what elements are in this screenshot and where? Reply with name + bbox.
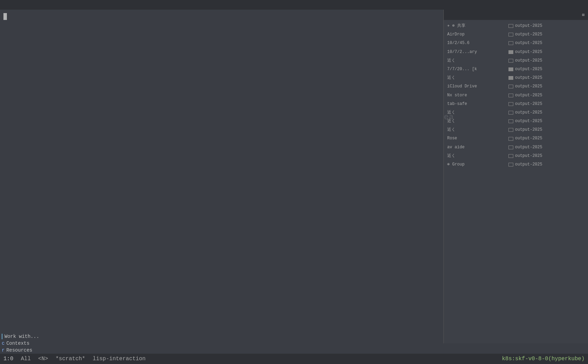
- file-icon: [508, 67, 513, 71]
- file-icon: [508, 85, 513, 88]
- output-item[interactable]: output-2025: [506, 30, 588, 39]
- output-item[interactable]: output-2025: [506, 152, 588, 160]
- status-sep2: [33, 356, 36, 362]
- folder-item[interactable]: Rose: [444, 134, 506, 143]
- folder-item[interactable]: ✈ ⊕ 共享: [444, 22, 506, 30]
- status-buffer: *scratch*: [55, 356, 85, 362]
- main-area: ⊞ ✈ ⊕ 共享AirDrop10/2/45.610/7/2...ary近く7/…: [0, 10, 588, 343]
- file-icon: [508, 111, 513, 115]
- file-icon: [508, 146, 513, 149]
- work-with-title: Work with...: [0, 333, 69, 340]
- file-label: output-2025: [515, 118, 542, 125]
- folder-item[interactable]: AirDrop: [444, 30, 506, 39]
- right-panel-header: ⊞: [444, 10, 588, 20]
- work-with-menu-item[interactable]: cContexts: [0, 340, 69, 347]
- status-major-mode: lisp-interaction: [93, 356, 146, 362]
- output-list: output-2025output-2025output-2025output-…: [506, 20, 588, 343]
- mini-cursor: [2, 334, 4, 339]
- file-label: output-2025: [515, 57, 542, 64]
- folder-item[interactable]: 7/7/20... [k: [444, 65, 506, 74]
- file-label: output-2025: [515, 66, 542, 73]
- file-icon: [508, 33, 513, 36]
- file-label: output-2025: [515, 109, 542, 116]
- folder-item[interactable]: Nx store: [444, 91, 506, 100]
- status-mode: <N>: [38, 356, 48, 362]
- folder-item[interactable]: 近く: [444, 117, 506, 126]
- folder-item[interactable]: 近く: [444, 126, 506, 134]
- file-label: output-2025: [515, 83, 542, 90]
- work-with-menu: Work with... cContextsrResources: [0, 333, 69, 354]
- output-item[interactable]: output-2025: [506, 65, 588, 74]
- menu-item-key: r: [2, 347, 4, 353]
- right-panel: ⊞ ✈ ⊕ 共享AirDrop10/2/45.610/7/2...ary近く7/…: [443, 10, 588, 343]
- menu-item-label: Resources: [6, 347, 32, 353]
- file-icon: [508, 102, 513, 106]
- status-sep4: [87, 356, 91, 362]
- file-label: output-2025: [515, 92, 542, 99]
- file-icon: [508, 128, 513, 132]
- file-label: output-2025: [515, 31, 542, 38]
- output-item[interactable]: output-2025: [506, 117, 588, 126]
- file-label: output-2025: [515, 135, 542, 142]
- file-label: output-2025: [515, 101, 542, 107]
- file-icon: [508, 119, 513, 123]
- folder-list: ✈ ⊕ 共享AirDrop10/2/45.610/7/2...ary近く7/7/…: [444, 20, 506, 343]
- file-icon: [508, 163, 513, 167]
- output-item[interactable]: output-2025: [506, 82, 588, 91]
- folder-item[interactable]: 近く: [444, 56, 506, 65]
- output-item[interactable]: output-2025: [506, 74, 588, 82]
- folder-item[interactable]: 10/2/45.6: [444, 39, 506, 47]
- menu-item-label: Contexts: [6, 341, 29, 346]
- file-icon: [508, 50, 513, 54]
- output-item[interactable]: output-2025: [506, 91, 588, 100]
- file-icon: [508, 24, 513, 28]
- title-bar: [0, 0, 588, 10]
- output-item[interactable]: output-2025: [506, 134, 588, 143]
- file-label: output-2025: [515, 75, 542, 81]
- folder-item[interactable]: 近く: [444, 74, 506, 82]
- folder-item[interactable]: 近く: [444, 152, 506, 160]
- file-icon: [508, 59, 513, 63]
- file-label: output-2025: [515, 23, 542, 29]
- menu-item-key: c: [2, 341, 4, 346]
- output-item[interactable]: output-2025: [506, 39, 588, 47]
- work-with-menu-item[interactable]: rResources: [0, 347, 69, 354]
- file-icon: [508, 154, 513, 158]
- status-scroll: All: [21, 356, 31, 362]
- editor-pane[interactable]: [0, 10, 443, 343]
- output-item[interactable]: output-2025: [506, 143, 588, 152]
- output-item[interactable]: output-2025: [506, 48, 588, 56]
- output-item[interactable]: output-2025: [506, 100, 588, 108]
- file-list-container: ✈ ⊕ 共享AirDrop10/2/45.610/7/2...ary近く7/7/…: [444, 20, 588, 343]
- right-header-icon: ⊞: [582, 12, 585, 18]
- folder-item[interactable]: tab-safe: [444, 100, 506, 108]
- file-icon: [508, 76, 513, 80]
- file-label: output-2025: [515, 40, 542, 46]
- status-position: 1:0: [3, 356, 13, 362]
- folder-item[interactable]: 10/7/2...ary: [444, 48, 506, 56]
- output-item[interactable]: output-2025: [506, 126, 588, 134]
- file-icon: [508, 94, 513, 97]
- folder-item[interactable]: iCloud Drive: [444, 82, 506, 91]
- file-label: output-2025: [515, 127, 542, 133]
- folder-item[interactable]: av aide: [444, 143, 506, 152]
- file-icon: [508, 137, 513, 141]
- status-sep3: [50, 356, 54, 362]
- status-sep1: [15, 356, 19, 362]
- editor-cursor: [3, 13, 7, 20]
- work-with-label: Work with...: [4, 334, 39, 339]
- status-bar: 1:0 All <N> *scratch* lisp-interaction k…: [0, 354, 588, 364]
- output-item[interactable]: output-2025: [506, 108, 588, 117]
- output-item[interactable]: output-2025: [506, 22, 588, 30]
- file-label: output-2025: [515, 153, 542, 159]
- file-label: output-2025: [515, 161, 542, 168]
- folder-item[interactable]: ⊕ Group: [444, 160, 506, 169]
- folder-item[interactable]: 近く: [444, 108, 506, 117]
- output-item[interactable]: output-2025: [506, 56, 588, 65]
- file-icon: [508, 41, 513, 45]
- output-item[interactable]: output-2025: [506, 160, 588, 169]
- status-k8s: k8s:skf-v0-8-0(hyperkube): [502, 356, 585, 362]
- file-label: output-2025: [515, 144, 542, 151]
- file-label: output-2025: [515, 49, 542, 55]
